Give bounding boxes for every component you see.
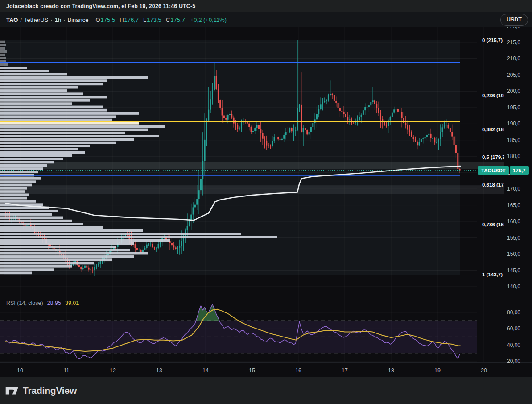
svg-text:160,0: 160,0 xyxy=(507,218,520,225)
tradingview-logo-text[interactable]: TradingView xyxy=(23,385,77,396)
svg-text:140,0: 140,0 xyxy=(507,283,520,290)
symbol-interval[interactable]: 1h xyxy=(55,17,61,23)
change-value: +0,2 (+0,11%) xyxy=(190,17,227,23)
svg-text:13: 13 xyxy=(156,367,162,374)
symbol-slash: / xyxy=(20,17,22,23)
tradingview-chart-app: Jotaceblack creado con TradingView.com, … xyxy=(0,0,532,404)
svg-text:80,00: 80,00 xyxy=(507,309,520,316)
svg-text:210,0: 210,0 xyxy=(507,55,520,62)
footer-bar: TradingView xyxy=(0,377,532,404)
open-label: O xyxy=(95,17,100,23)
close-label: C xyxy=(166,17,170,23)
svg-text:150,0: 150,0 xyxy=(507,251,520,257)
badge-price: 175,7 xyxy=(510,166,529,175)
ohlc-values: O175,5 H176,7 L173,5 C175,7 +0,2 (+0,11%… xyxy=(95,17,227,23)
open-value: 175,5 xyxy=(101,17,115,23)
svg-text:40,00: 40,00 xyxy=(507,342,520,348)
rsi-label: RSI (14, close) xyxy=(6,300,43,306)
svg-text:185,0: 185,0 xyxy=(507,137,520,143)
svg-text:215,0: 215,0 xyxy=(507,39,520,46)
symbol-base: TAO xyxy=(6,17,18,23)
symbol-dot-2: · xyxy=(63,17,65,23)
svg-text:1 (143,7): 1 (143,7) xyxy=(482,272,503,277)
symbol-quote: TetherUS xyxy=(24,17,48,23)
svg-text:14: 14 xyxy=(202,367,209,374)
svg-text:15: 15 xyxy=(249,367,255,374)
svg-text:180,0: 180,0 xyxy=(507,153,520,159)
close-value: 175,7 xyxy=(170,17,185,23)
rsi-ma-value: 39,01 xyxy=(65,300,79,306)
attribution-text: Jotaceblack creado con TradingView.com, … xyxy=(6,3,195,9)
last-price-badge[interactable]: TAOUSDT 175,7 xyxy=(478,166,529,175)
svg-text:190,0: 190,0 xyxy=(507,121,520,127)
svg-text:145,0: 145,0 xyxy=(507,267,520,274)
svg-text:0,382 (188,2): 0,382 (188,2) xyxy=(482,127,513,132)
svg-text:60,00: 60,00 xyxy=(507,325,520,332)
svg-text:205,0: 205,0 xyxy=(507,72,520,78)
symbol-toolbar: TAO / TetherUS · 1h · Binance O175,5 H17… xyxy=(0,12,532,27)
svg-text:220,0: 220,0 xyxy=(507,27,520,29)
svg-text:165,0: 165,0 xyxy=(507,202,520,208)
badge-symbol: TAOUSDT xyxy=(478,166,509,175)
rsi-band-fill xyxy=(0,321,477,353)
chart-region[interactable]: 0 (215,7)0,236 (198,7)0,382 (188,2)0,5 (… xyxy=(0,27,532,377)
chart-canvas[interactable]: 0 (215,7)0,236 (198,7)0,382 (188,2)0,5 (… xyxy=(0,27,532,377)
svg-text:18: 18 xyxy=(388,367,394,374)
attribution-bar: Jotaceblack creado con TradingView.com, … xyxy=(0,0,532,12)
svg-text:16: 16 xyxy=(295,367,301,374)
svg-text:11: 11 xyxy=(64,367,70,374)
svg-text:170,0: 170,0 xyxy=(507,186,520,192)
rsi-legend[interactable]: RSI (14, close) 28,95 39,01 xyxy=(6,300,79,306)
price-axis-labels[interactable]: 220,0215,0210,0205,0200,0195,0190,0185,0… xyxy=(507,27,520,364)
svg-text:10: 10 xyxy=(17,367,23,374)
symbol-exchange: Binance xyxy=(67,17,88,23)
svg-text:20: 20 xyxy=(481,367,487,374)
time-axis-labels[interactable]: 1011121314151617181920 xyxy=(17,367,487,374)
tradingview-logo-icon[interactable] xyxy=(5,385,19,396)
svg-text:155,0: 155,0 xyxy=(507,235,520,241)
low-label: L xyxy=(143,17,146,23)
svg-text:200,0: 200,0 xyxy=(507,88,520,94)
symbol-dot-1: · xyxy=(50,17,52,23)
svg-text:20,00: 20,00 xyxy=(507,358,520,364)
svg-text:0,5 (179,7): 0,5 (179,7) xyxy=(482,154,507,160)
high-value: 176,7 xyxy=(124,17,139,23)
high-label: H xyxy=(120,17,124,23)
low-value: 173,5 xyxy=(147,17,161,23)
svg-text:17: 17 xyxy=(342,367,348,374)
rsi-value: 28,95 xyxy=(47,300,61,306)
svg-text:12: 12 xyxy=(110,367,116,374)
svg-text:0 (215,7): 0 (215,7) xyxy=(482,37,503,43)
svg-text:195,0: 195,0 xyxy=(507,104,520,111)
symbol-info[interactable]: TAO / TetherUS · 1h · Binance xyxy=(6,17,88,23)
currency-toggle-button[interactable]: USDT xyxy=(500,14,528,26)
svg-text:19: 19 xyxy=(434,367,441,374)
